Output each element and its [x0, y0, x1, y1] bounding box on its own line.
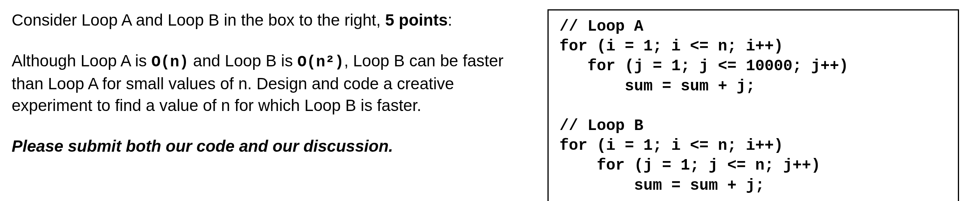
intro-text-prefix: Consider Loop A and Loop B in the box to…: [12, 11, 385, 29]
points-label: 5 points: [385, 11, 448, 29]
code-line: // Loop B: [560, 117, 643, 135]
code-line: sum = sum + j;: [560, 177, 765, 194]
body-paragraph: Although Loop A is O(n) and Loop B is O(…: [12, 50, 524, 117]
code-line: for (j = 1; j <= n; j++): [560, 157, 820, 174]
code-line: for (j = 1; j <= 10000; j++): [560, 57, 848, 75]
submit-instruction: Please submit both our code and our disc…: [12, 135, 524, 158]
body-text-b: and Loop B is: [189, 52, 297, 70]
intro-text-suffix: :: [448, 11, 452, 29]
body-text-a: Although Loop A is: [12, 52, 151, 70]
code-line: for (i = 1; i <= n; i++): [560, 137, 783, 154]
code-box: // Loop A for (i = 1; i <= n; i++) for (…: [547, 9, 959, 201]
big-o-n: O(n): [151, 54, 189, 71]
code-line: // Loop A: [560, 18, 643, 35]
code-column: // Loop A for (i = 1; i <= n; i++) for (…: [547, 9, 959, 201]
intro-paragraph: Consider Loop A and Loop B in the box to…: [12, 9, 524, 31]
code-line: for (i = 1; i <= n; i++): [560, 38, 783, 55]
code-line: sum = sum + j;: [560, 78, 755, 95]
question-text-column: Consider Loop A and Loop B in the box to…: [12, 9, 524, 158]
big-o-n-squared: O(n²): [297, 54, 344, 71]
page: Consider Loop A and Loop B in the box to…: [0, 0, 980, 201]
